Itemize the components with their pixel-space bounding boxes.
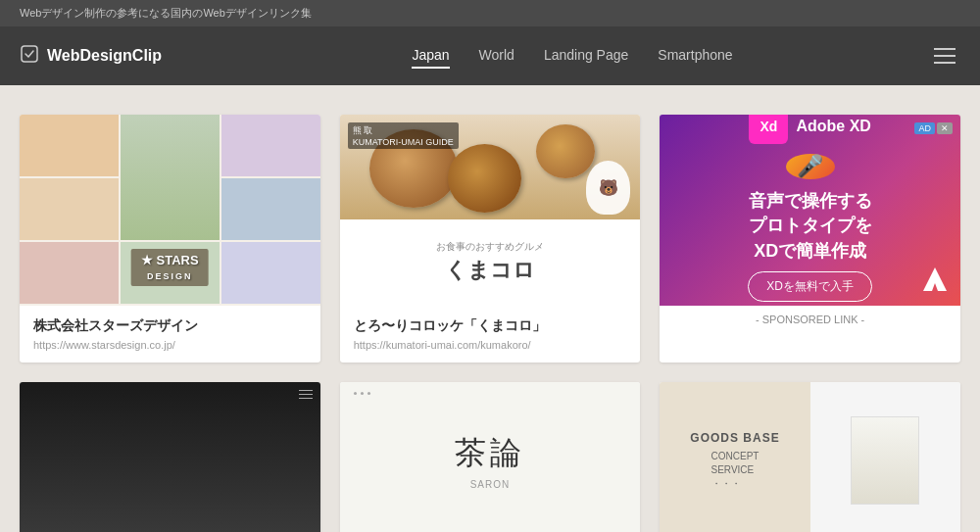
kumakoro-area-label: お食事のおすすめグルメ — [436, 240, 544, 254]
collage-item — [221, 242, 320, 304]
card-kumakoro[interactable]: f t L R 熊 取KUMATORI-UMAI GUI — [340, 115, 641, 363]
card-info-stars: 株式会社スターズデザイン https://www.starsdesign.co.… — [20, 306, 320, 363]
card-stars-design[interactable]: ★ STARSDESIGN 株式会社スターズデザイン https://www.s… — [20, 115, 320, 363]
card-dark[interactable] — [20, 382, 320, 532]
food-area: 熊 取KUMATORI-UMAI GUIDE 🐻 — [340, 115, 641, 219]
card-tea-image: 茶論 SARON — [340, 382, 641, 532]
collage-item — [20, 115, 119, 176]
xd-product-name: Adobe XD — [796, 118, 870, 135]
card-goods[interactable]: GOODS BASE CONCEPTSERVICE・・・ — [660, 382, 960, 532]
nav-world[interactable]: World — [479, 43, 514, 69]
xd-ad-bg: AD ✕ Xd Adobe XD 🎤 音声で操作するプロトタイプをXDで — [660, 115, 960, 306]
collage-item — [221, 115, 320, 176]
hamburger-line-3 — [934, 62, 956, 64]
card-adobe-xd[interactable]: AD ✕ Xd Adobe XD 🎤 音声で操作するプロトタイプをXDで — [660, 115, 960, 363]
stars-logo-text: ★ STARSDESIGN — [131, 249, 209, 286]
card-info-kumakoro: とろ〜りコロッケ「くまコロ」 https://kumatori-umai.com… — [340, 306, 641, 363]
kumakoro-title: くまコロ — [445, 256, 535, 285]
xd-cta-button[interactable]: XDを無料で入手 — [748, 271, 872, 302]
tea-dots — [354, 392, 370, 395]
nav-smartphone[interactable]: Smartphone — [658, 43, 732, 69]
collage-item — [20, 242, 119, 304]
card-image-stars: ★ STARSDESIGN — [20, 115, 320, 306]
menu-line — [299, 398, 313, 399]
tea-dot — [361, 392, 364, 395]
mic-icon: 🎤 — [786, 154, 835, 179]
collage-item — [221, 178, 320, 240]
hamburger-menu[interactable] — [929, 43, 960, 69]
menu-line — [299, 390, 313, 391]
card2-text-area: お食事のおすすめグルメ くまコロ — [340, 219, 641, 306]
ad-main-text: 音声で操作するプロトタイプをXDで簡単作成 — [749, 189, 872, 264]
xd-logo-text: Xd — [760, 119, 777, 134]
hamburger-line-1 — [934, 48, 956, 50]
goods-image-area — [810, 382, 960, 532]
ad-close-button[interactable]: ✕ — [937, 122, 953, 134]
card-tea[interactable]: 茶論 SARON — [340, 382, 641, 532]
xd-logo-area: Xd Adobe XD — [749, 115, 870, 144]
card-dark-image — [20, 382, 320, 532]
goods-text-area: GOODS BASE CONCEPTSERVICE・・・ — [660, 382, 809, 532]
nav-japan[interactable]: Japan — [412, 43, 449, 69]
food-item-2 — [448, 144, 521, 213]
card-image-kumakoro: f t L R 熊 取KUMATORI-UMAI GUI — [340, 115, 641, 306]
card-title-kumakoro: とろ〜りコロッケ「くまコロ」 — [354, 317, 627, 335]
nav-landing-page[interactable]: Landing Page — [544, 43, 628, 69]
tea-dot — [368, 392, 370, 395]
tea-title: 茶論 — [455, 432, 525, 475]
food-item-3 — [536, 124, 595, 178]
logo-icon — [20, 44, 39, 68]
collage-item — [121, 115, 220, 240]
collage-item — [20, 178, 119, 240]
mascot: 🐻 — [586, 161, 630, 215]
xd-logo-box: Xd — [749, 115, 788, 144]
hamburger-line-2 — [934, 55, 956, 57]
sponsored-link-text: - SPONSORED LINK - — [660, 314, 960, 325]
goods-description: CONCEPTSERVICE・・・ — [711, 450, 760, 491]
goods-layout: GOODS BASE CONCEPTSERVICE・・・ — [660, 382, 960, 532]
tea-subtitle: SARON — [470, 479, 511, 490]
ad-label: AD — [914, 122, 935, 134]
main-content: ★ STARSDESIGN 株式会社スターズデザイン https://www.s… — [0, 85, 980, 532]
kumamoto-label: 熊 取KUMATORI-UMAI GUIDE — [348, 122, 459, 149]
top-banner: Webデザイン制作の参考になる国内のWebデザインリンク集 — [0, 0, 980, 26]
main-nav: Japan World Landing Page Smartphone — [216, 43, 929, 69]
menu-icon — [299, 390, 313, 399]
ad-badge: AD ✕ — [914, 122, 953, 134]
banner-text: Webデザイン制作の参考になる国内のWebデザインリンク集 — [20, 7, 312, 19]
logo[interactable]: WebDesignClip — [20, 44, 216, 68]
card-title-stars: 株式会社スターズデザイン — [33, 317, 307, 335]
menu-line — [299, 394, 313, 395]
tea-dot — [354, 392, 357, 395]
logo-text: WebDesignClip — [47, 47, 162, 65]
dark-overlay — [20, 382, 320, 532]
svg-rect-0 — [22, 46, 37, 62]
card-grid: ★ STARSDESIGN 株式会社スターズデザイン https://www.s… — [20, 115, 960, 532]
card-image-xd: AD ✕ Xd Adobe XD 🎤 音声で操作するプロトタイプをXDで — [660, 115, 960, 306]
adobe-logo — [921, 266, 949, 298]
stars-logo-overlay: ★ STARSDESIGN — [131, 249, 209, 286]
card-url-kumakoro: https://kumatori-umai.com/kumakoro/ — [354, 339, 627, 351]
header: WebDesignClip Japan World Landing Page S… — [0, 26, 980, 85]
goods-product-image — [851, 416, 919, 505]
card-url-stars: https://www.starsdesign.co.jp/ — [33, 339, 307, 351]
goods-brand: GOODS BASE — [690, 431, 779, 445]
card-goods-image: GOODS BASE CONCEPTSERVICE・・・ — [660, 382, 960, 532]
